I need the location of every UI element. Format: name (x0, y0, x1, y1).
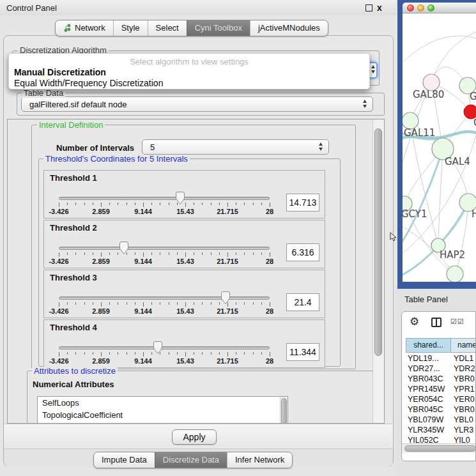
threshold-3-label: Threshold 3 (50, 273, 97, 282)
network-edge[interactable] (431, 31, 476, 82)
tab-impute-data[interactable]: Impute Data (94, 452, 155, 468)
tick-label: -3.426 (49, 307, 68, 315)
threshold-2-panel: Threshold 2 -3.4262.8599.14415.4321.7152… (43, 220, 325, 268)
tick (261, 203, 262, 205)
column-header-shared-name[interactable]: shared... (406, 338, 451, 353)
threshold-1-label: Threshold 1 (50, 173, 97, 183)
tick-label: 21.715 (217, 307, 238, 315)
column-header-name[interactable]: name (451, 338, 476, 353)
slider-track[interactable] (59, 247, 270, 250)
threshold-3-slider[interactable]: -3.4262.8599.14415.4321.71528 (59, 289, 270, 318)
threshold-2-value-field[interactable]: 6.316 (286, 243, 319, 261)
tab-infer-network[interactable]: Infer Network (227, 452, 292, 468)
tick-label: 21.715 (217, 257, 238, 265)
tab-select[interactable]: Select (148, 20, 187, 36)
slider-thumb[interactable] (175, 191, 185, 205)
network-window-titlebar[interactable] (403, 3, 476, 13)
tick (270, 203, 270, 207)
table-row[interactable]: YBL079WYBL0 (402, 415, 476, 426)
tab-cyni-toolbox[interactable]: Cyni Toolbox (187, 20, 250, 36)
threshold-4-panel: Threshold 4 -3.4262.8599.14415.4321.7152… (43, 319, 325, 368)
tick (194, 352, 194, 355)
tick-label: 2.859 (92, 208, 110, 215)
apply-button[interactable]: Apply (172, 429, 217, 445)
column-settings-icon[interactable] (431, 318, 441, 327)
tick (109, 302, 110, 305)
settings-scrollbar-thumb[interactable] (374, 128, 382, 356)
cell: YLR345W (408, 426, 444, 434)
slider-tick-labels: -3.4262.8599.14415.4321.71528 (59, 307, 270, 316)
mac-minimize-icon[interactable] (417, 4, 424, 12)
table-row[interactable]: YLR345WYLR3 (402, 426, 476, 436)
close-icon[interactable]: x (377, 3, 382, 13)
table-row[interactable]: YDR27...YDR2 (402, 364, 476, 374)
attributes-list-scrollbar[interactable] (280, 397, 288, 424)
network-node[interactable] (447, 266, 463, 282)
threshold-4-value-field[interactable]: 11.344 (286, 343, 319, 361)
tick (236, 203, 236, 205)
tick-label: 15.43 (176, 307, 194, 315)
table-horizontal-scrollbar[interactable] (402, 443, 476, 453)
tick (244, 203, 245, 205)
tick (59, 252, 59, 257)
slider-thumb[interactable] (119, 241, 129, 255)
threshold-3-value-field[interactable]: 21.4 (286, 293, 319, 311)
tick (75, 203, 76, 205)
tick (194, 302, 194, 305)
threshold-1-slider[interactable]: -3.4262.8599.14415.4321.71528 (59, 190, 270, 218)
popup-item-manual-discretization[interactable]: Manual Discretization (14, 67, 106, 77)
tick (177, 302, 178, 305)
attributes-group: Attributes to discretize Numerical Attri… (27, 371, 378, 424)
slider-tick-labels: -3.4262.8599.14415.4321.71528 (59, 208, 270, 216)
tab-jactivemnodules[interactable]: jActiveMNodules (250, 20, 328, 36)
select-columns-icon[interactable]: ☑☑ (450, 318, 464, 326)
slider-thumb[interactable] (220, 291, 231, 305)
popup-item-equal-width-frequency[interactable]: Equal Width/Frequency Discretization (14, 78, 163, 88)
network-edge[interactable] (403, 36, 476, 67)
slider-track[interactable] (59, 296, 270, 300)
slider-track[interactable] (59, 197, 270, 200)
tab-network[interactable]: Network (56, 20, 113, 36)
control-panel-titlebar: Control Panel x (0, 0, 396, 15)
table-row[interactable]: YBR043CYBR0 (402, 374, 476, 385)
cell: YBR045C (408, 405, 443, 414)
tick (101, 302, 102, 307)
tab-style[interactable]: Style (113, 20, 148, 36)
tick-label: -3.426 (49, 257, 68, 265)
mac-zoom-icon[interactable] (427, 4, 434, 12)
tick (261, 252, 262, 255)
settings-scrollbar[interactable] (372, 119, 384, 423)
table-data-combobox[interactable]: galFiltered.sif default node (21, 96, 373, 112)
threshold-4-slider[interactable]: -3.4262.8599.14415.4321.71528 (59, 339, 270, 367)
threshold-2-slider[interactable]: -3.4262.8599.14415.4321.71528 (59, 240, 270, 268)
tick (135, 252, 135, 255)
slider-thumb[interactable] (153, 341, 163, 355)
tick-label: 9.144 (134, 307, 152, 315)
tick (84, 302, 85, 305)
number-of-intervals-combobox[interactable]: 5 (142, 139, 329, 155)
table-row[interactable]: YER054CYER0 (402, 395, 476, 405)
attribute-item-selfloops[interactable]: SelfLoops (38, 397, 288, 409)
mac-close-icon[interactable] (407, 4, 414, 12)
table-row[interactable]: YBR045CYBR0 (402, 405, 476, 415)
tick (253, 302, 254, 305)
attributes-list-scrollbar-thumb[interactable] (281, 398, 287, 424)
window-title: Control Panel (6, 3, 57, 13)
tick (169, 352, 169, 355)
tick (244, 352, 245, 355)
network-canvas[interactable]: GAL80GACGAL11GAL4GCY1HHAP2 (403, 13, 476, 282)
tick (253, 352, 254, 355)
threshold-1-value-field[interactable]: 14.713 (286, 194, 319, 211)
attribute-item-topologicalcoefficient[interactable]: TopologicalCoefficient (38, 409, 288, 421)
table-row[interactable]: YDL19...YDL1 (402, 354, 476, 364)
table-horizontal-scrollbar-thumb[interactable] (404, 445, 476, 452)
slider-track[interactable] (59, 346, 270, 349)
gear-icon[interactable]: ⚙ (410, 315, 419, 328)
tick-label: 21.715 (217, 357, 238, 365)
tick (270, 302, 270, 307)
thresholds-group: Threshold's Coordinates for 5 Intervals … (38, 158, 341, 367)
table-row[interactable]: YPR145WYPR1 (402, 385, 476, 395)
mouse-cursor (390, 232, 397, 242)
tab-discretize-data[interactable]: Discretize Data (155, 452, 227, 468)
float-window-icon[interactable] (365, 4, 372, 12)
